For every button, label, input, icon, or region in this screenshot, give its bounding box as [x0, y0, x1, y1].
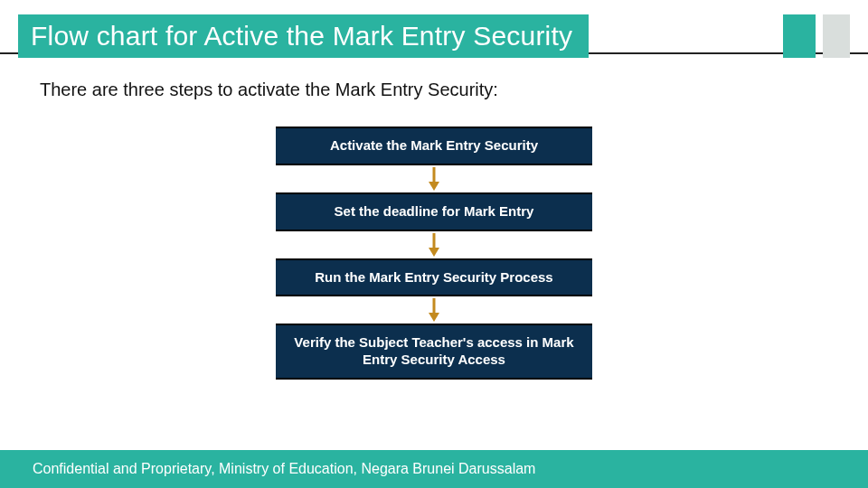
arrow-down-icon [427, 231, 441, 258]
svg-marker-1 [429, 182, 439, 191]
flow-step: Run the Mark Entry Security Process [276, 258, 592, 297]
svg-marker-3 [429, 248, 439, 257]
arrow-down-icon [427, 165, 441, 192]
flow-step: Set the deadline for Mark Entry [276, 192, 592, 231]
title-decor-teal [783, 14, 816, 58]
slide: Flow chart for Active the Mark Entry Sec… [0, 0, 868, 488]
arrow-down-icon [427, 296, 441, 324]
flow-step: Activate the Mark Entry Security [276, 127, 592, 165]
flow-step: Verify the Subject Teacher's access in M… [276, 324, 592, 380]
title-decor-gray [823, 14, 850, 58]
svg-marker-5 [429, 313, 439, 322]
title-bar: Flow chart for Active the Mark Entry Sec… [0, 11, 868, 58]
flow-chart: Activate the Mark Entry Security Set the… [0, 127, 868, 380]
title-banner: Flow chart for Active the Mark Entry Sec… [18, 14, 589, 58]
footer-bar: Confidential and Proprietary, Ministry o… [0, 450, 868, 488]
subtitle: There are three steps to activate the Ma… [40, 80, 498, 100]
slide-title: Flow chart for Active the Mark Entry Sec… [31, 21, 572, 52]
footer-text: Confidential and Proprietary, Ministry o… [33, 461, 535, 477]
